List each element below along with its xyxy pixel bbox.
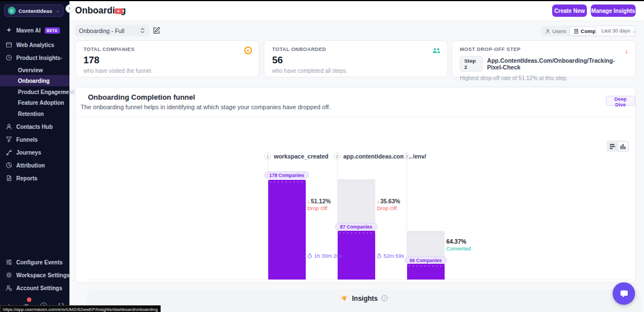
converted-percent: 64.37% xyxy=(446,238,471,245)
avg-time-value: 52m 59s xyxy=(384,253,404,259)
drop-off-label: Drop Off xyxy=(377,205,416,211)
person-gear-icon xyxy=(6,285,12,291)
sidebar-item-label: Journeys xyxy=(16,150,41,156)
step-badge: Step 2 xyxy=(460,56,483,72)
sidebar-item-maven-ai[interactable]: Maven AI BETA xyxy=(6,25,60,35)
sidebar-item-onboarding[interactable]: Onboarding xyxy=(0,75,69,86)
arrow-down-icon: ↓ xyxy=(625,46,629,55)
person-icon xyxy=(6,123,12,130)
gear-icon xyxy=(6,272,12,278)
stat-card-label: MOST DROP-OFF STEP xyxy=(460,46,627,52)
step-number: 3 xyxy=(403,153,410,160)
funnel-select[interactable]: Onboarding - Full xyxy=(75,25,150,36)
sidebar-item-configure-events[interactable]: Configure Events xyxy=(6,257,63,267)
funnel-description: The onboarding funnel helps in identifyi… xyxy=(81,104,330,110)
sliders-icon xyxy=(6,259,12,266)
insights-panel[interactable]: Insights i xyxy=(87,290,641,312)
manage-insights-button[interactable]: Manage Insights xyxy=(591,4,636,17)
sidebar-item-feature-adoption[interactable]: Feature Adoption xyxy=(18,97,64,108)
audience-toggle: Users Companies xyxy=(541,26,591,36)
drop-off-label: Drop Off xyxy=(307,205,347,211)
arrow-down-icon: ↓ xyxy=(307,198,310,204)
sidebar-item-label: Reports xyxy=(16,175,38,181)
arrow-down-icon: ↓ xyxy=(377,198,380,204)
notification-dot xyxy=(27,297,31,302)
sidebar-item-label: Configure Events xyxy=(16,259,63,266)
stat-card-value: 56 xyxy=(272,55,440,66)
deep-dive-button[interactable]: Deep Dive xyxy=(606,96,635,106)
vertical-chart-button[interactable] xyxy=(618,141,628,151)
stopwatch-icon xyxy=(307,253,312,259)
sidebar-item-funnels[interactable]: Funnels xyxy=(6,134,38,145)
sidebar-collapse-button[interactable]: ‹ xyxy=(66,4,74,13)
funnel-step-label-1: 1 workspace_created xyxy=(264,153,328,160)
sidebar-item-label: Attribution xyxy=(16,162,45,169)
sidebar-item-retention[interactable]: Retention xyxy=(18,109,44,119)
coin-icon: ¢ xyxy=(244,46,252,54)
sidebar-item-attribution[interactable]: Attribution xyxy=(6,160,45,170)
pie-chart-icon xyxy=(6,162,12,169)
funnel-title: Onboarding Completion funnel xyxy=(88,93,195,101)
converted-label: Converted xyxy=(446,245,471,252)
date-range-value: Last 30 days xyxy=(601,28,630,34)
funnel-chart-card: Onboarding Completion funnel The onboard… xyxy=(75,87,636,283)
chevron-down-icon[interactable]: ⌄ xyxy=(59,54,64,60)
horizontal-chart-button[interactable] xyxy=(607,141,618,151)
drop-off-annotation-2: ↓35.63% Drop Off xyxy=(377,198,416,211)
clock-icon xyxy=(6,54,12,61)
funnel-select-value: Onboarding - Full xyxy=(79,27,139,34)
sidebar-item-contacts-hub[interactable]: Contacts Hub xyxy=(6,122,53,132)
drop-off-step-name: App.ContentIdeas.Com/Onboarding/Tracking… xyxy=(487,57,627,71)
funnel-icon xyxy=(6,136,12,143)
sidebar-item-web-analytics[interactable]: Web Analytics xyxy=(6,40,54,50)
sidebar-item-label: Account Settings xyxy=(16,285,62,291)
edit-funnel-button[interactable] xyxy=(152,26,161,35)
avg-time-value: 1h 30m 26s xyxy=(314,253,342,259)
chat-widget-button[interactable] xyxy=(613,282,635,305)
lightbulb-icon xyxy=(340,295,348,302)
horizontal-bars-icon xyxy=(609,143,615,150)
avg-time-annotation-1: 1h 30m 26s xyxy=(307,253,342,259)
stat-card-label: TOTAL COMPANIES xyxy=(83,46,251,52)
sidebar-item-product-insights[interactable]: Product Insights xyxy=(6,53,60,63)
create-new-button[interactable]: Create New xyxy=(552,4,587,17)
sidebar-item-overview[interactable]: Overview xyxy=(18,65,43,75)
chat-bubble-icon xyxy=(619,289,629,299)
sidebar-item-reports[interactable]: Reports xyxy=(6,173,38,183)
step-number: 2 xyxy=(334,153,340,160)
browser-icon xyxy=(6,41,12,48)
stopwatch-icon xyxy=(376,253,382,259)
workspace-selector[interactable]: C ContentIdeas ⌄ xyxy=(4,4,64,17)
sidebar-item-journeys[interactable]: Journeys xyxy=(6,147,41,157)
step-number: 1 xyxy=(264,153,271,160)
sidebar-item-label: Maven AI xyxy=(16,27,41,34)
chevron-down-icon: ⌄ xyxy=(632,29,636,34)
sidebar-item-account-settings[interactable]: Account Settings xyxy=(6,283,62,293)
sidebar-item-product-engagement[interactable]: Product Engagement xyxy=(18,87,74,97)
stat-card-description: who have completed all steps. xyxy=(272,68,440,74)
people-group-icon xyxy=(432,46,441,57)
vertical-bars-icon xyxy=(620,143,626,150)
app-screen: C ContentIdeas ⌄ Maven AI BETA Web Analy… xyxy=(0,0,644,312)
video-tutorial-icon[interactable] xyxy=(115,8,123,14)
edit-pencil-icon xyxy=(152,26,161,35)
users-toggle[interactable]: Users xyxy=(542,26,570,36)
step-name: workspace_created xyxy=(274,153,328,160)
sidebar-item-label: Web Analytics xyxy=(16,42,54,48)
stat-card-total-onboarded: TOTAL ONBOARDED 56 who have completed al… xyxy=(264,40,448,77)
date-range-picker[interactable]: Last 30 days ⌄ xyxy=(595,25,636,36)
step-name: /env/ xyxy=(413,153,426,160)
info-icon[interactable]: i xyxy=(381,295,388,301)
funnel-bar-step2[interactable] xyxy=(338,231,375,280)
funnel-bar-step1[interactable] xyxy=(268,180,306,280)
stat-card-value: 178 xyxy=(83,55,251,66)
user-icon xyxy=(545,29,550,34)
sidebar-item-workspace-settings[interactable]: Workspace Settings xyxy=(6,270,69,280)
workspace-name: ContentIdeas xyxy=(18,8,53,14)
funnel-bar-step3[interactable] xyxy=(407,264,445,280)
count-badge-step3: 56 Companies xyxy=(404,257,447,264)
sidebar-item-label: Overview xyxy=(18,67,43,73)
stat-card-total-companies: TOTAL COMPANIES 178 who have visited the… xyxy=(75,40,259,77)
avg-time-annotation-2: 52m 59s xyxy=(376,253,404,259)
insights-label: Insights xyxy=(352,295,377,302)
